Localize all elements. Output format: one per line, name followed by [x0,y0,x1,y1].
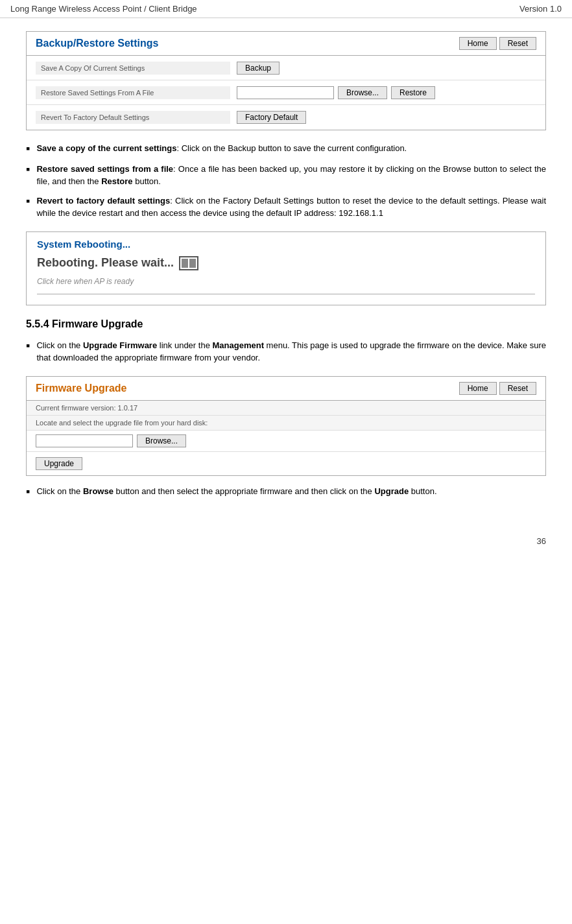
restore-settings-row: Restore Saved Settings From A File Brows… [27,80,545,105]
firmware-reset-button[interactable]: Reset [499,382,536,395]
page-header: Long Range Wireless Access Point / Clien… [0,0,572,18]
restore-settings-control: Browse... Restore [237,86,435,99]
firmware-home-button[interactable]: Home [459,382,497,395]
browse-bold: Browse [83,486,113,496]
restore-file-input[interactable] [237,86,334,99]
factory-default-label: Revert To Factory Default Settings [36,111,230,124]
factory-default-button[interactable]: Factory Default [237,111,306,124]
save-copy-label: Save A Copy Of Current Settings [36,62,230,75]
browse-button[interactable]: Browse... [338,86,387,99]
page-number: 36 [537,536,546,546]
bullet-text-1: Save a copy of the current settings: Cli… [36,142,546,156]
bullet-mark-2: ▪ [26,163,30,188]
firmware-browse-button[interactable]: Browse... [137,434,186,447]
page-title: Long Range Wireless Access Point / Clien… [10,4,197,14]
fw-bullet-item-1: ▪ Click on the Upgrade Firmware link und… [26,339,546,364]
bullet-mark-3: ▪ [26,195,30,220]
backup-restore-panel: Backup/Restore Settings Home Reset Save … [26,31,546,130]
restore-inline-bold: Restore [101,176,132,186]
reboot-link[interactable]: Click here when AP is ready [37,277,535,286]
final-bullet-text-1: Click on the Browse button and then sele… [36,485,546,499]
main-content: Backup/Restore Settings Home Reset Save … [0,18,572,530]
page-footer: 36 [0,530,572,552]
page-version: Version 1.0 [519,4,562,14]
backup-restore-home-button[interactable]: Home [459,37,497,50]
firmware-header-buttons: Home Reset [459,382,536,395]
firmware-upgrade-row: Upgrade [27,452,545,475]
bullet-item-3: ▪ Revert to factory default settings: Cl… [26,195,546,220]
backup-restore-bullets: ▪ Save a copy of the current settings: C… [26,142,546,220]
firmware-upgrade-header: Firmware Upgrade Home Reset [27,377,545,401]
firmware-locate-row: Locate and select the upgrade file from … [27,416,545,431]
save-copy-row: Save A Copy Of Current Settings Backup [27,56,545,80]
backup-restore-header: Backup/Restore Settings Home Reset [27,32,545,56]
fw-bullet-text-1: Click on the Upgrade Firmware link under… [36,339,546,364]
bullet-mark-1: ▪ [26,142,30,156]
bullet-bold-2: Restore saved settings from a file [36,164,173,174]
final-bullets: ▪ Click on the Browse button and then se… [26,485,546,499]
bullet-text-2: Restore saved settings from a file: Once… [36,163,546,188]
bullet-item-1: ▪ Save a copy of the current settings: C… [26,142,546,156]
restore-settings-label: Restore Saved Settings From A File [36,86,230,99]
backup-button[interactable]: Backup [237,62,280,75]
firmware-upgrade-title: Firmware Upgrade [36,383,126,394]
fw-management-bold: Management [213,340,264,350]
firmware-browse-row: Browse... [27,431,545,452]
reboot-message-text: Rebooting. Please wait... [37,256,174,270]
upgrade-bold: Upgrade [374,486,409,496]
backup-restore-header-buttons: Home Reset [459,37,536,50]
factory-default-control: Factory Default [237,111,306,124]
firmware-version-row: Current firmware version: 1.0.17 [27,401,545,416]
save-copy-control: Backup [237,62,280,75]
firmware-bullets: ▪ Click on the Upgrade Firmware link und… [26,339,546,364]
bullet-bold-1: Save a copy of the current settings [36,143,176,153]
reboot-divider [37,294,535,294]
final-bullet-item-1: ▪ Click on the Browse button and then se… [26,485,546,499]
final-bullet-mark-1: ▪ [26,485,30,499]
reboot-panel: System Rebooting... Rebooting. Please wa… [26,231,546,305]
bullet-text-3: Revert to factory default settings: Clic… [36,195,546,220]
reboot-title: System Rebooting... [37,239,535,250]
bullet-bold-3: Revert to factory default settings [36,196,170,206]
fw-bullet-mark-1: ▪ [26,339,30,364]
reboot-message: Rebooting. Please wait... [37,256,535,270]
bullet-item-2: ▪ Restore saved settings from a file: On… [26,163,546,188]
fw-upgrade-firmware-bold: Upgrade Firmware [83,340,157,350]
restore-button[interactable]: Restore [391,86,435,99]
reboot-icon [179,256,198,270]
firmware-file-input[interactable] [36,434,133,447]
factory-default-row: Revert To Factory Default Settings Facto… [27,105,545,130]
firmware-upgrade-panel: Firmware Upgrade Home Reset Current firm… [26,376,546,476]
backup-restore-title: Backup/Restore Settings [36,38,158,49]
backup-restore-reset-button[interactable]: Reset [499,37,536,50]
upgrade-button[interactable]: Upgrade [36,457,82,470]
section-554-heading: 5.5.4 Firmware Upgrade [26,318,546,330]
